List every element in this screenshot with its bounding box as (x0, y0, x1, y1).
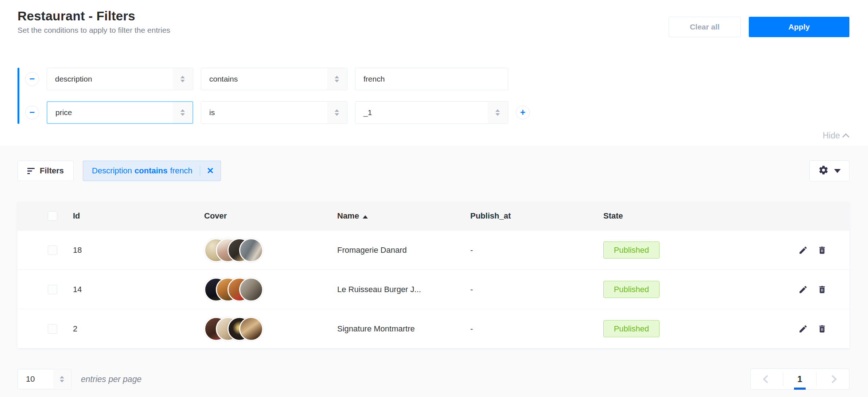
filter-row-price: − price is _1 (25, 101, 530, 124)
delete-icon[interactable] (817, 245, 827, 255)
filters-button[interactable]: Filters (17, 161, 74, 181)
cell-id: 18 (73, 245, 204, 255)
apply-button[interactable]: Apply (749, 17, 849, 37)
row-checkbox[interactable] (48, 245, 57, 255)
cell-cover (204, 238, 337, 262)
cover-avatar (239, 317, 263, 341)
table-footer: 10 entries per page 1 (17, 369, 849, 390)
page-title: Restaurant - Filters (17, 9, 170, 23)
delete-icon[interactable] (817, 324, 827, 334)
table-header-row: Id Cover Name Publish_at State (17, 202, 849, 230)
active-filter-chip: Description contains french ✕ (83, 161, 221, 181)
filter-value-text: french (363, 75, 385, 83)
filter-value-input[interactable]: french (355, 68, 508, 90)
column-header-name[interactable]: Name (337, 211, 470, 221)
state-badge: Published (603, 320, 659, 337)
stepper-arrows-icon[interactable] (488, 102, 507, 123)
select-arrows-icon (53, 370, 71, 389)
chip-operator: contains (135, 166, 167, 176)
filters-panel: Restaurant - Filters Set the conditions … (0, 0, 868, 146)
cover-avatar (239, 238, 263, 262)
remove-filter-button[interactable]: − (25, 106, 39, 119)
cover-avatar (239, 278, 263, 302)
state-badge: Published (603, 281, 659, 298)
chevron-left-icon (763, 375, 771, 384)
operator-select[interactable]: contains (201, 68, 347, 90)
filters-button-label: Filters (40, 166, 64, 176)
state-badge: Published (603, 241, 659, 259)
previous-page-button[interactable] (751, 369, 783, 389)
edit-icon[interactable] (798, 285, 808, 294)
cell-cover (204, 278, 337, 302)
hide-filters-link[interactable]: Hide (823, 131, 849, 141)
filter-value-number-input[interactable]: _1 (355, 101, 508, 124)
page-title-block: Restaurant - Filters Set the conditions … (17, 9, 170, 35)
page-size-value: 10 (26, 374, 35, 384)
entries-per-page-label: entries per page (81, 374, 141, 384)
cover-avatars (204, 238, 337, 262)
row-checkbox[interactable] (48, 285, 57, 294)
minus-icon: − (30, 74, 35, 83)
cell-publish-at: - (470, 245, 603, 255)
select-arrows-icon (173, 102, 192, 123)
chip-divider (200, 166, 200, 176)
remove-chip-icon[interactable]: ✕ (207, 166, 214, 175)
column-header-publish-at[interactable]: Publish_at (470, 211, 603, 221)
delete-icon[interactable] (817, 285, 827, 294)
cell-name: Signature Montmartre (337, 324, 470, 334)
cell-id: 14 (73, 285, 204, 294)
chip-field: Description (92, 166, 132, 176)
column-header-id[interactable]: Id (73, 211, 204, 221)
entries-table: Id Cover Name Publish_at State 18 Fromag… (17, 202, 849, 348)
hide-label: Hide (823, 131, 840, 141)
page-number-button[interactable]: 1 (783, 369, 816, 389)
field-select-value: description (55, 75, 92, 83)
header-actions: Clear all Apply (669, 17, 849, 37)
cover-avatars (204, 317, 337, 341)
list-toolbar: Filters Description contains french ✕ (17, 146, 849, 181)
edit-icon[interactable] (798, 324, 808, 334)
select-arrows-icon (327, 68, 347, 90)
field-select-value: price (55, 108, 72, 117)
page-subtitle: Set the conditions to apply to filter th… (17, 26, 170, 35)
select-all-checkbox[interactable] (48, 211, 57, 221)
field-select[interactable]: description (47, 68, 193, 90)
field-select[interactable]: price (47, 101, 193, 124)
edit-icon[interactable] (798, 245, 808, 255)
page-size-select[interactable]: 10 (17, 369, 71, 389)
table-row[interactable]: 14 Le Ruisseau Burger J... - Published (17, 270, 849, 309)
cell-name: Fromagerie Danard (337, 245, 470, 255)
chevron-up-icon (842, 133, 849, 140)
clear-all-button[interactable]: Clear all (669, 17, 741, 37)
list-view: Filters Description contains french ✕ Id… (0, 146, 868, 397)
sort-asc-icon (363, 215, 368, 219)
select-arrows-icon (173, 68, 192, 90)
gear-icon (818, 165, 829, 177)
operator-select[interactable]: is (201, 101, 347, 124)
column-header-state[interactable]: State (603, 211, 791, 221)
row-checkbox[interactable] (48, 324, 57, 334)
operator-select-value: contains (209, 75, 238, 83)
chip-value: french (170, 166, 192, 176)
table-row[interactable]: 2 Signature Montmartre - Published (17, 309, 849, 348)
table-row[interactable]: 18 Fromagerie Danard - Published (17, 230, 849, 270)
next-page-button[interactable] (817, 369, 849, 389)
settings-dropdown-button[interactable] (809, 160, 849, 181)
page-header: Restaurant - Filters Set the conditions … (17, 0, 849, 37)
filter-row-description: − description contains french (25, 68, 530, 90)
plus-icon: + (520, 108, 526, 117)
cover-avatars (204, 278, 337, 302)
filter-accent-bar (17, 68, 19, 124)
column-header-cover[interactable]: Cover (204, 211, 337, 221)
filter-value-text: _1 (363, 108, 372, 117)
pagination: 1 (750, 369, 849, 390)
filter-rows: − description contains french (25, 68, 530, 124)
filter-icon (27, 168, 35, 174)
cell-cover (204, 317, 337, 341)
filter-builder: − description contains french (17, 68, 849, 124)
remove-filter-button[interactable]: − (25, 72, 39, 86)
chevron-right-icon (829, 375, 837, 384)
add-filter-button[interactable]: + (516, 106, 530, 119)
caret-down-icon (834, 169, 841, 173)
operator-select-value: is (209, 108, 215, 117)
